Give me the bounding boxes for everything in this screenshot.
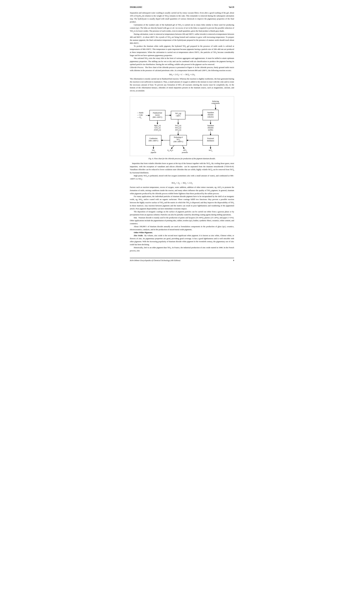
svg-text:Combustion: Combustion <box>149 138 157 139</box>
zinc-oxide-label: Zinc Oxide. <box>134 234 143 237</box>
paragraph-2: Calcination of the washed cake of the hy… <box>130 23 234 33</box>
svg-text:(900 -1400°C): (900 -1400°C) <box>149 140 158 142</box>
flowchart: Reducing components — Rutile — Coke — Cl… <box>130 96 234 156</box>
svg-text:Vanadium: Vanadium <box>207 125 214 126</box>
svg-text:<300°C: <300°C <box>176 115 181 117</box>
formula-2: TiCl4 + O2 → TiO2 + 2 Cl2 <box>130 182 234 185</box>
main-content: Separation and subsequent water washing … <box>130 11 234 252</box>
reducing-components-label: Reducing <box>212 100 219 102</box>
paragraph-8: Impurities that form volatile chlorides … <box>130 162 234 174</box>
svg-text:— Cl2: — Cl2 <box>137 116 141 119</box>
paragraph-10: Factors such as reaction temperature, ex… <box>130 186 234 195</box>
section-title: Other White Pigments. <box>130 231 234 234</box>
paragraph-1: Separation and subsequent water washing … <box>130 11 234 24</box>
svg-text:(800 -1200°C): (800 -1200°C) <box>153 116 162 118</box>
formula-1: TiO2 + 2 Cl2 + C → TiCl4 + CO2 <box>130 73 234 76</box>
paragraph-13: Use. Titanium dioxide is mainly used in … <box>130 216 234 225</box>
paragraph-16: Historically, ZnO is an older pigment th… <box>130 246 234 252</box>
paragraph-14: About 100,000 t of titanium dioxide annu… <box>130 225 234 231</box>
paragraph-6: Chloride Process. The flow chart of the … <box>130 66 234 72</box>
header-volume: Vol 19 <box>229 6 234 9</box>
svg-text:(solids): (solids) <box>208 129 213 131</box>
svg-text:O2, H2O: O2, H2O <box>167 150 173 152</box>
svg-line-42 <box>171 145 174 149</box>
paragraph-15: Zinc Oxide. By volume, zinc oxide is the… <box>130 234 234 246</box>
paragraph-5: The calcined TiO2 exits the rotary kiln … <box>130 57 234 66</box>
use-label: Use. <box>134 216 137 219</box>
chloride-process-label: Chloride Process. <box>130 66 144 68</box>
paragraph-9: High purity TiCl4 is preheated, mixed wi… <box>130 174 234 181</box>
footer-page-number: 9 <box>233 259 234 262</box>
svg-text:chlorides: chlorides <box>208 127 214 129</box>
svg-text:(500 -1000°C): (500 -1000°C) <box>173 141 183 142</box>
svg-text:Preheating of: Preheating of <box>174 136 183 138</box>
header-title: INORGANIC <box>130 6 142 9</box>
svg-text:reactor: reactor <box>155 114 160 116</box>
svg-text:TiCl4 (g): TiCl4 (g) <box>175 112 181 115</box>
svg-text:ZrSiO4 (s): ZrSiO4 (s) <box>154 129 161 131</box>
paragraph-12: The deposition of inorganic coatings on … <box>130 210 234 216</box>
svg-text:pigment: pigment <box>151 151 156 153</box>
fig-caption: Fig. 4. Flow chart for the chloride proc… <box>130 157 234 160</box>
svg-text:SiCl4: SiCl4 <box>209 150 212 152</box>
paragraph-7: The chlorination is mostly carried out i… <box>130 77 234 93</box>
svg-text:Fractional: Fractional <box>207 138 214 139</box>
svg-text:Vanadium: Vanadium <box>207 112 214 113</box>
svg-text:Fluidized-bed: Fluidized-bed <box>153 112 162 114</box>
svg-text:components: components <box>211 102 220 104</box>
paragraph-4: To produce the titanium white rutile pig… <box>130 45 234 57</box>
svg-line-44 <box>182 145 184 149</box>
page-header: INORGANIC Vol 19 <box>130 6 234 9</box>
paragraph-3: During calcination, water is removed at … <box>130 33 234 45</box>
svg-text:— Rutile: — Rutile <box>137 112 143 114</box>
svg-text:ZrCl4 (s): ZrCl4 (s) <box>175 129 181 131</box>
svg-text:reduction: reduction <box>207 116 214 118</box>
svg-text:chlorides: chlorides <box>208 114 214 116</box>
footer-title: Kirk-Othmer Encyclopedia of Chemical Tec… <box>130 259 180 262</box>
svg-text:promoter: promoter <box>182 151 188 153</box>
page-footer: Kirk-Othmer Encyclopedia of Chemical Tec… <box>130 258 234 262</box>
paragraph-11: For many applications, the individual pa… <box>130 195 234 210</box>
svg-text:— Coke: — Coke <box>137 114 143 116</box>
svg-text:distillation: distillation <box>207 140 214 141</box>
flowchart-svg: Reducing components — Rutile — Coke — Cl… <box>133 99 231 153</box>
